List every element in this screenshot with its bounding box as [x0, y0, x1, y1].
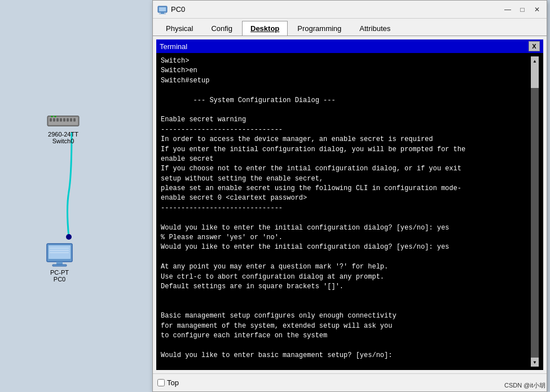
svg-rect-23 [159, 14, 166, 14]
close-button[interactable]: ✕ [532, 5, 542, 15]
svg-rect-5 [56, 118, 59, 122]
svg-rect-7 [63, 118, 65, 122]
watermark: CSDN @it小胡 [504, 381, 545, 390]
pc-device[interactable]: PC-PT PC0 [44, 243, 75, 283]
switch-icon [46, 110, 80, 130]
window-controls: — □ ✕ [503, 5, 542, 15]
scrollbar-track [531, 65, 539, 358]
window-icon [157, 5, 168, 15]
svg-rect-14 [49, 245, 71, 259]
svg-point-12 [55, 116, 56, 117]
pc-label: PC-PT PC0 [50, 269, 69, 283]
tab-physical[interactable]: Physical [157, 21, 201, 36]
top-checkbox-area: Top [157, 378, 179, 387]
tab-bar: Physical Config Desktop Programming Attr… [153, 19, 547, 36]
window-title: PC0 [171, 5, 503, 14]
terminal-title: Terminal [160, 42, 187, 51]
svg-rect-9 [70, 118, 72, 122]
svg-rect-4 [53, 118, 55, 122]
title-bar: PC0 — □ ✕ [153, 1, 547, 19]
minimize-button[interactable]: — [503, 5, 513, 15]
svg-rect-10 [73, 118, 76, 122]
scrollbar-thumb[interactable] [531, 65, 539, 88]
terminal-scrollbar: ▲ ▼ [531, 56, 539, 367]
network-cable [0, 0, 152, 392]
switch-device[interactable]: 2960-24TT Switch0 [46, 110, 80, 144]
terminal-close-button[interactable]: X [529, 41, 540, 51]
scrollbar-down-button[interactable]: ▼ [531, 358, 539, 367]
maximize-button[interactable]: □ [517, 5, 527, 15]
tab-attributes[interactable]: Attributes [351, 21, 399, 36]
svg-rect-22 [161, 12, 164, 14]
svg-rect-19 [52, 265, 67, 266]
svg-rect-18 [56, 262, 63, 265]
svg-point-11 [51, 116, 53, 117]
top-checkbox[interactable] [157, 379, 165, 386]
svg-rect-8 [67, 118, 69, 122]
terminal-body[interactable]: Switch> Switch>en Switch#setup --- Syste… [156, 53, 543, 370]
bottom-bar: Top [153, 373, 547, 391]
tab-desktop[interactable]: Desktop [242, 21, 288, 36]
svg-rect-21 [159, 7, 166, 11]
top-checkbox-label: Top [167, 378, 179, 387]
switch-label: 2960-24TT Switch0 [48, 131, 78, 144]
main-window: PC0 — □ ✕ Physical Config Desktop Progra… [152, 0, 547, 392]
svg-rect-3 [50, 118, 52, 122]
tab-config[interactable]: Config [203, 21, 241, 36]
pc-icon [44, 243, 75, 268]
terminal-header: Terminal X [156, 39, 543, 53]
terminal-text: Switch> Switch>en Switch#setup --- Syste… [161, 56, 531, 367]
svg-rect-6 [60, 118, 62, 122]
scrollbar-up-button[interactable]: ▲ [531, 56, 539, 65]
tab-programming[interactable]: Programming [289, 21, 350, 36]
svg-point-0 [66, 234, 72, 240]
terminal-container: Terminal X Switch> Switch>en Switch#setu… [153, 36, 547, 373]
